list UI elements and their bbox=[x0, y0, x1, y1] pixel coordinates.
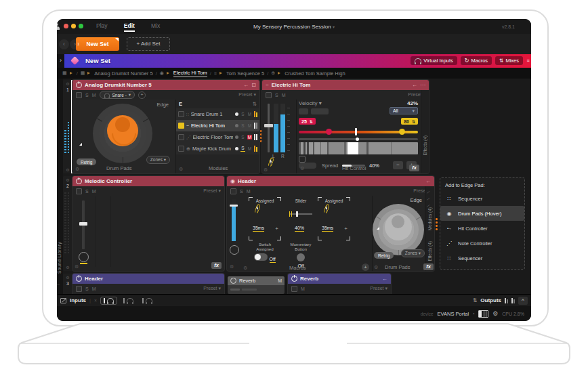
panel-header[interactable]: Header bbox=[72, 274, 224, 284]
gear-icon[interactable]: ⚙ bbox=[75, 264, 79, 270]
power-icon[interactable] bbox=[76, 276, 82, 282]
level-handle[interactable] bbox=[230, 205, 238, 207]
enable-checkbox[interactable] bbox=[230, 188, 236, 194]
mute-toggle[interactable]: M bbox=[247, 123, 252, 128]
module-row-hi-tom[interactable]: ~ Electric Hi Tom S M bbox=[176, 120, 259, 131]
set-tab-new-set[interactable]: 1 New Set bbox=[76, 37, 119, 51]
output-selector[interactable]: Snare -▾ bbox=[100, 91, 135, 99]
module-row-floor-tom[interactable]: ⋰ Electric Floor Tom S M bbox=[176, 131, 259, 143]
gear-icon[interactable]: ⚙ bbox=[75, 167, 79, 172]
crumb-drumkit[interactable]: Analog Drumkit Number 5 bbox=[94, 70, 152, 77]
back-icon[interactable]: ← bbox=[382, 276, 387, 282]
gear-icon[interactable]: ⚙ bbox=[179, 167, 183, 172]
crumb-tom-sequence[interactable]: Tom Sequence 5 bbox=[226, 70, 264, 77]
effects-tab-strip[interactable]: Effects (4) bbox=[421, 90, 429, 173]
mute-label[interactable]: M bbox=[92, 286, 96, 291]
gear-icon[interactable]: ⚙ bbox=[63, 275, 72, 280]
enable-checkbox[interactable] bbox=[76, 188, 82, 194]
fx-button[interactable]: fx bbox=[423, 263, 434, 271]
add-output-button[interactable]: + bbox=[138, 91, 146, 99]
pan-knob[interactable] bbox=[270, 158, 272, 166]
more-icon[interactable]: ⋯ bbox=[420, 82, 425, 88]
tool-icon[interactable]: ∕ bbox=[427, 190, 429, 194]
device-name[interactable]: EVANS Portal bbox=[438, 311, 469, 317]
menu-item-sequencer[interactable]: ∷ Sequencer bbox=[440, 191, 524, 206]
side-tab-strip[interactable]: ∕ ∕ ∕ Modules (4) Effects (4) bbox=[425, 186, 434, 271]
back-icon[interactable]: ← bbox=[412, 82, 417, 88]
gear-icon[interactable]: ⚙ bbox=[63, 81, 72, 86]
module-checkbox[interactable] bbox=[178, 146, 184, 152]
preset-dropdown[interactable]: Preset ▾ bbox=[238, 92, 256, 98]
gear-icon[interactable]: ⚙ bbox=[300, 166, 304, 171]
menu-item-hit-controller[interactable]: •→ Hit Controller bbox=[440, 221, 524, 236]
row3-rail[interactable]: ⚙ 3 bbox=[63, 274, 72, 294]
power-icon[interactable] bbox=[76, 82, 82, 88]
panel-header[interactable]: ◉ Header ← bbox=[227, 176, 434, 186]
settings-gear-icon[interactable]: ⚙ bbox=[492, 310, 498, 317]
mini-knob[interactable] bbox=[79, 252, 89, 262]
virtual-inputs-button[interactable]: Virtual Inputs bbox=[411, 56, 457, 65]
macro-knob[interactable] bbox=[326, 205, 327, 213]
gear-icon[interactable]: ⚙ bbox=[63, 177, 72, 182]
mute-toggle[interactable]: M bbox=[247, 112, 252, 116]
macro-slider[interactable]: Slider 40% bbox=[287, 197, 315, 240]
momentary-button[interactable] bbox=[297, 253, 305, 261]
enable-checkbox[interactable] bbox=[76, 92, 82, 98]
loop-toggle[interactable] bbox=[299, 156, 306, 163]
menu-item-drum-pads-hover[interactable]: ◉ Drum Pads (Hover) bbox=[440, 206, 524, 221]
velocity-tool-button[interactable] bbox=[311, 108, 329, 114]
retrig-button[interactable]: Retrig bbox=[77, 158, 96, 165]
solo-label[interactable]: S bbox=[85, 286, 89, 291]
inputs-label[interactable]: Inputs bbox=[70, 297, 86, 303]
module-checkbox[interactable] bbox=[178, 134, 184, 140]
zones-dropdown[interactable]: Zones ▾ bbox=[146, 156, 170, 164]
drum-pad-graphic[interactable] bbox=[93, 104, 152, 163]
row1-rail[interactable]: ⚙ 1 ⚙ bbox=[63, 80, 72, 173]
range-high-stepper[interactable]: 80⇅ bbox=[401, 118, 418, 125]
solo-toggle[interactable]: S bbox=[240, 123, 245, 128]
solo-label[interactable]: S bbox=[275, 93, 278, 98]
macro-knob[interactable] bbox=[257, 205, 258, 213]
effects-tab[interactable]: Effects (4) bbox=[423, 135, 427, 156]
gear-icon[interactable]: ⚙ bbox=[230, 264, 234, 270]
reverb-drag-ghost[interactable]: Reverb M bbox=[228, 276, 285, 294]
collapse-button[interactable]: ^ bbox=[518, 297, 528, 305]
mute-label[interactable]: M bbox=[247, 189, 251, 194]
session-title[interactable]: My Sensory Percussion Session ▾ bbox=[57, 24, 531, 30]
power-icon[interactable] bbox=[76, 178, 82, 184]
expand-icon[interactable] bbox=[60, 298, 66, 303]
solo-label[interactable]: S bbox=[85, 93, 89, 98]
retrig-button[interactable]: Retrig bbox=[374, 252, 394, 259]
module-row-snare[interactable]: ∷ Snare Drum 1 S M bbox=[176, 108, 259, 120]
sound-library-strip[interactable]: Sound Library ∕ bbox=[57, 79, 63, 294]
preset-dropdown[interactable]: Preset ▾ bbox=[203, 188, 221, 194]
zones-dropdown[interactable]: Zones ▾ bbox=[401, 249, 425, 257]
panel-resize-handle[interactable] bbox=[436, 218, 438, 230]
macros-button[interactable]: ↻Macros bbox=[461, 56, 492, 65]
gear-icon[interactable]: ⚙ bbox=[374, 265, 378, 270]
velocity-tool-button[interactable] bbox=[299, 108, 308, 114]
row2-rail[interactable]: ⚙ 2 ⚙ bbox=[63, 176, 72, 271]
menu-item-note-controller[interactable]: ⋰ Note Controller bbox=[440, 236, 524, 251]
module-checkbox[interactable] bbox=[178, 123, 184, 129]
panel-header[interactable]: Melodic Controller bbox=[72, 176, 224, 186]
volume-fader-handle[interactable] bbox=[264, 124, 273, 127]
crosshair-icon[interactable]: + bbox=[275, 226, 278, 232]
effects-tab[interactable]: Effects (4) bbox=[427, 241, 432, 261]
sort-icon[interactable]: ⇅ bbox=[253, 101, 257, 107]
range-low-handle[interactable] bbox=[326, 129, 332, 135]
enable-checkbox[interactable] bbox=[76, 286, 82, 292]
gear-icon[interactable]: ⚙ bbox=[63, 265, 72, 270]
spread-minus-button[interactable]: − bbox=[393, 161, 403, 169]
module-row-kick[interactable]: ⊕ Maple Kick Drum S M bbox=[176, 143, 259, 154]
macro-slider-handle[interactable] bbox=[296, 211, 298, 217]
fx-button[interactable]: fx bbox=[409, 165, 419, 172]
add-set-button[interactable]: + Add Set bbox=[127, 37, 170, 51]
edge-zone-label[interactable]: Edge bbox=[156, 102, 169, 108]
preset-dropdown[interactable]: Preset ▾ bbox=[370, 286, 387, 291]
device-grid-icon[interactable] bbox=[478, 310, 488, 318]
module-checkbox[interactable] bbox=[178, 111, 184, 117]
range-low-stepper[interactable]: 25⇅ bbox=[299, 118, 316, 125]
mini-knob[interactable] bbox=[230, 245, 239, 255]
solo-label[interactable]: S bbox=[85, 189, 89, 194]
